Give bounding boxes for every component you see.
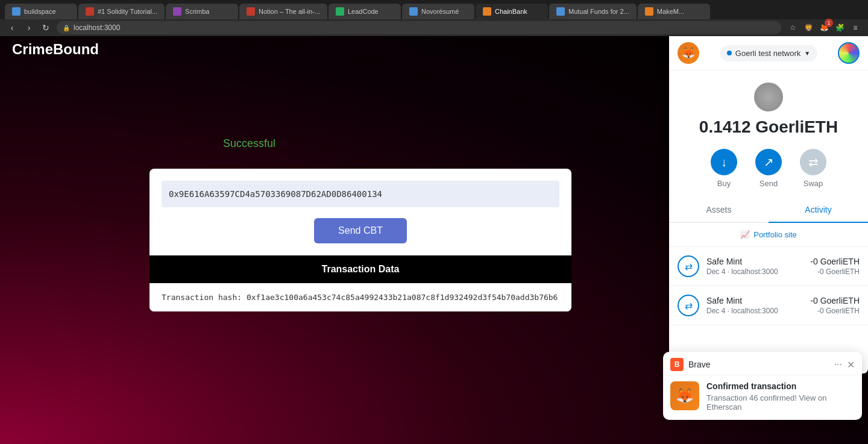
tab-buildspace[interactable]: buildspace <box>5 4 77 19</box>
nav-actions: ☆ 🦁 🦊 1 🧩 ≡ <box>786 21 862 34</box>
account-avatar[interactable] <box>838 42 860 64</box>
mm-tabs: Assets Activity <box>669 198 868 223</box>
metamask-popup: 🦊 Goerli test network ▼ 0.1412 GoerliETH… <box>669 36 868 374</box>
extensions-button[interactable]: 🦊 1 <box>817 21 831 34</box>
notification-header: B Brave ··· ✕ <box>663 352 862 375</box>
tx-amount-sub-1: -0 GoerliETH <box>810 267 860 276</box>
address-input-row <box>149 169 571 213</box>
reload-button[interactable]: ↻ <box>40 22 52 34</box>
bookmark-button[interactable]: ☆ <box>786 21 799 34</box>
buy-label: Buy <box>717 179 731 188</box>
notification-more-button[interactable]: ··· <box>834 359 842 370</box>
buy-button[interactable]: ↓ Buy <box>711 149 737 188</box>
network-selector[interactable]: Goerli test network ▼ <box>720 45 817 61</box>
tx-amount-2: -0 GoerliETH <box>810 296 860 305</box>
notification-content: Confirmed transaction Transaction 46 con… <box>706 381 855 411</box>
swap-button[interactable]: ⇄ Swap <box>800 149 826 188</box>
brave-lion-icon: B <box>670 358 684 371</box>
notification-title-row: B Brave <box>670 358 711 371</box>
browser-chrome: buildspace #1 Solidity Tutorial... Scrim… <box>0 0 868 36</box>
tx-info-1: Safe Mint Dec 4 · localhost:3000 <box>706 257 803 276</box>
puzzle-icon[interactable]: 🧩 <box>833 21 846 34</box>
balance-display: 0.1412 GoerliETH <box>678 117 860 137</box>
tab-chainbank[interactable]: ChainBank <box>476 4 548 19</box>
lock-icon: 🔒 <box>63 25 70 31</box>
tab-favicon <box>336 7 344 16</box>
brave-notification: B Brave ··· ✕ 🦊 Confirmed transaction Tr… <box>663 352 862 420</box>
tab-scrimba[interactable]: Scrimba <box>166 4 238 19</box>
transaction-list: ⇄ Safe Mint Dec 4 · localhost:3000 -0 Go… <box>669 247 868 325</box>
tx-name-1: Safe Mint <box>706 257 803 266</box>
mm-header: 🦊 Goerli test network ▼ <box>669 36 868 70</box>
buy-icon: ↓ <box>711 149 737 175</box>
notification-title: Confirmed transaction <box>706 381 855 391</box>
notification-body: 🦊 Confirmed transaction Transaction 46 c… <box>663 375 862 420</box>
tab-novoresume[interactable]: Novorésumé <box>402 4 474 19</box>
notification-badge: 1 <box>825 19 833 27</box>
tab-favicon <box>483 7 491 16</box>
tx-icon-2: ⇄ <box>678 295 699 316</box>
send-button-row: Send CBT <box>149 213 571 255</box>
send-label: Send <box>760 179 778 188</box>
tab-favicon <box>247 7 255 16</box>
tx-hash-value: 0xf1ae3c100a6a453c74c85a4992433b21a087c8… <box>247 293 558 302</box>
notification-body-text: Transaction 46 confirmed! View on Ethers… <box>706 393 855 411</box>
nav-bar: ‹ › ↻ 🔒 localhost:3000 ☆ 🦁 🦊 1 🧩 ≡ <box>0 19 868 36</box>
tab-bar: buildspace #1 Solidity Tutorial... Scrim… <box>0 0 868 19</box>
metamask-fox-icon: 🦊 <box>678 42 699 64</box>
chart-icon: 📈 <box>740 230 750 239</box>
menu-button[interactable]: ≡ <box>849 21 862 34</box>
assets-tab[interactable]: Assets <box>669 198 769 223</box>
tx-amount-sub-2: -0 GoerliETH <box>810 307 860 315</box>
shield-icon[interactable]: 🦁 <box>802 21 815 34</box>
tx-item-2[interactable]: ⇄ Safe Mint Dec 4 · localhost:3000 -0 Go… <box>669 286 868 325</box>
tx-name-2: Safe Mint <box>706 296 803 305</box>
metamask-notification-icon: 🦊 <box>670 381 699 410</box>
send-icon: ↗ <box>755 149 782 175</box>
notification-close-button[interactable]: ✕ <box>847 359 855 371</box>
tab-favicon <box>556 7 565 16</box>
mm-balance-section: 0.1412 GoerliETH <box>669 70 868 143</box>
chevron-down-icon: ▼ <box>804 50 810 57</box>
tab-favicon <box>409 7 418 16</box>
mm-actions: ↓ Buy ↗ Send ⇄ Swap <box>669 143 868 198</box>
tab-favicon <box>12 7 20 16</box>
tx-amounts-1: -0 GoerliETH -0 GoerliETH <box>810 257 860 276</box>
tab-favicon <box>173 7 181 16</box>
transaction-hash-row: Transaction hash: 0xf1ae3c100a6a453c74c8… <box>149 283 571 311</box>
tab-favicon <box>645 7 653 16</box>
transaction-data-header: Transaction Data <box>149 255 571 283</box>
send-button[interactable]: ↗ Send <box>755 149 782 188</box>
tab-solidity[interactable]: #1 Solidity Tutorial... <box>78 4 165 19</box>
tx-hash-label: Transaction hash: <box>162 293 242 302</box>
tx-amounts-2: -0 GoerliETH -0 GoerliETH <box>810 296 860 315</box>
tx-amount-1: -0 GoerliETH <box>810 257 860 266</box>
tx-sub-2: Dec 4 · localhost:3000 <box>706 307 803 315</box>
send-cbt-button[interactable]: Send CBT <box>314 218 407 243</box>
tab-leadcode[interactable]: LeadCode <box>329 4 401 19</box>
network-status-dot <box>727 51 732 55</box>
portfolio-link[interactable]: 📈 Portfolio site <box>669 223 868 247</box>
tab-favicon <box>86 7 94 16</box>
address-bar[interactable]: 🔒 localhost:3000 <box>57 21 781 34</box>
swap-label: Swap <box>804 179 823 188</box>
back-button[interactable]: ‹ <box>6 22 18 34</box>
tx-icon-1: ⇄ <box>678 255 699 277</box>
account-icon <box>754 83 783 111</box>
activity-tab[interactable]: Activity <box>769 198 868 223</box>
notification-app-name: Brave <box>688 360 711 369</box>
success-message: Successful <box>223 137 275 150</box>
tab-notion[interactable]: Notion – The all-in-... <box>239 4 327 19</box>
swap-icon: ⇄ <box>800 149 826 175</box>
tx-item-1[interactable]: ⇄ Safe Mint Dec 4 · localhost:3000 -0 Go… <box>669 247 868 286</box>
tab-makem[interactable]: MakeM... <box>638 4 710 19</box>
tab-mutualfunds[interactable]: Mutual Funds for 2... <box>549 4 637 19</box>
network-label: Goerli test network <box>735 49 800 58</box>
tx-info-2: Safe Mint Dec 4 · localhost:3000 <box>706 296 803 315</box>
address-input[interactable] <box>162 181 559 207</box>
send-card: Send CBT Transaction Data Transaction ha… <box>149 169 571 311</box>
address-text: localhost:3000 <box>74 23 120 32</box>
page-title: CrimeBound <box>12 41 99 58</box>
forward-button[interactable]: › <box>23 22 35 34</box>
tx-sub-1: Dec 4 · localhost:3000 <box>706 267 803 276</box>
